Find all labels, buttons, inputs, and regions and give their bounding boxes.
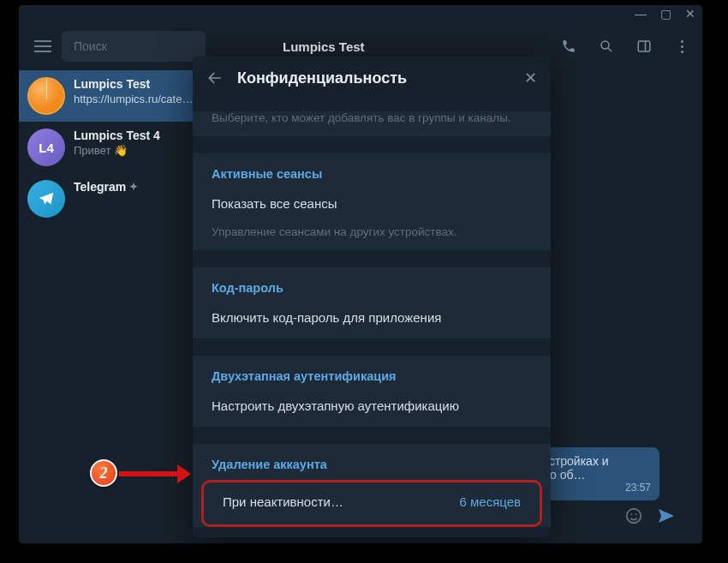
close-button[interactable]: ✕ (524, 69, 537, 87)
back-button[interactable] (206, 69, 224, 87)
arrow-left-icon (206, 69, 224, 87)
section-two-factor: Двухэтапная аутентификация Настроить дву… (193, 356, 551, 427)
section-sessions: Активные сеансы Показать все сеансы Упра… (193, 153, 551, 250)
inactivity-label: При неактивности… (223, 494, 343, 509)
inactivity-value: 6 месяцев (459, 494, 521, 509)
section-passcode: Код-пароль Включить код-пароль для прило… (193, 267, 551, 338)
section-cutoff: Выберите, кто может добавлять вас в груп… (193, 111, 551, 136)
section-account-deletion: Удаление аккаунта При неактивности… 6 ме… (193, 444, 551, 527)
privacy-settings-modal: Конфиденциальность ✕ Выберите, кто может… (193, 57, 551, 537)
app-window: — ▢ ✕ Поиск Lumpics Test (19, 5, 702, 543)
section-title: Код-пароль (193, 267, 551, 302)
section-hint: Выберите, кто может добавлять вас в груп… (193, 111, 551, 136)
section-title: Удаление аккаунта (193, 444, 551, 478)
section-note: Управление сеансами на других устройства… (193, 225, 551, 250)
setup-twofa-link[interactable]: Настроить двухэтапную аутентификацию (193, 390, 551, 427)
modal-title: Конфиденциальность (237, 69, 510, 87)
enable-passcode-link[interactable]: Включить код-пароль для приложения (193, 302, 551, 338)
show-all-sessions-link[interactable]: Показать все сеансы (193, 188, 551, 225)
inactivity-period-row[interactable]: При неактивности… 6 месяцев (201, 480, 542, 527)
section-title: Активные сеансы (193, 153, 551, 188)
section-title: Двухэтапная аутентификация (193, 356, 551, 390)
modal-header: Конфиденциальность ✕ (193, 57, 551, 103)
